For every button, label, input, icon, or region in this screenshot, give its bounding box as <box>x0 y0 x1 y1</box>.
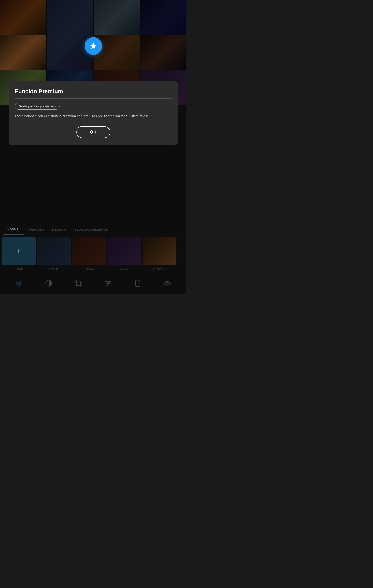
ok-button[interactable]: OK <box>76 126 110 138</box>
premium-dialog: Función Premium Gratis por tiempo limita… <box>9 81 178 145</box>
dialog-title: Función Premium <box>15 88 172 95</box>
premium-star-badge: ★ <box>85 37 102 55</box>
star-icon: ★ <box>89 41 98 51</box>
free-badge: Gratis por tiempo limitado <box>15 103 60 110</box>
dialog-description: Las funciones con el distintivo premium … <box>15 114 172 119</box>
